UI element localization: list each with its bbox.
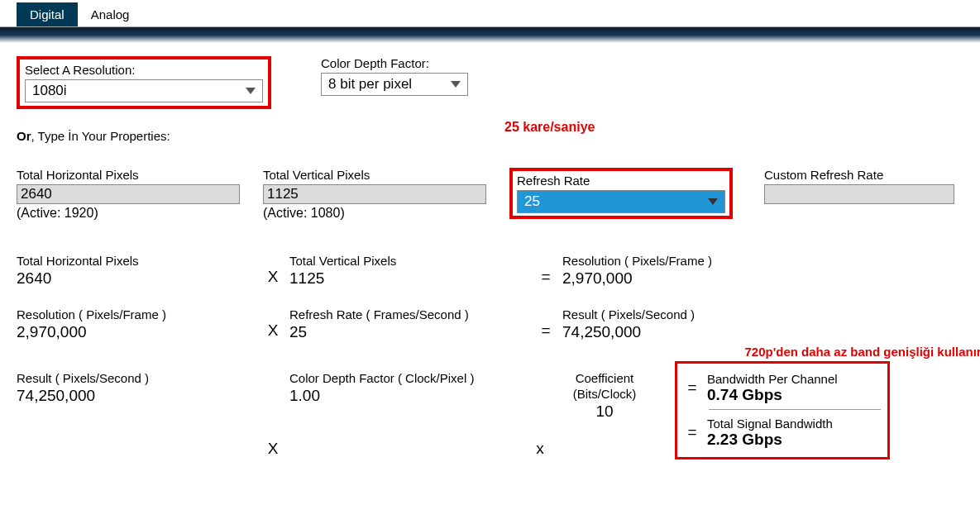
- annotation-bandwidth: 720p'den daha az band genişliği kullanır…: [670, 345, 980, 359]
- refresh-rate-label: Refresh Rate: [517, 174, 725, 188]
- op-equals: =: [684, 423, 700, 443]
- color-depth-label: Color Depth Factor:: [321, 56, 468, 70]
- active-v-note: (Active: 1080): [263, 206, 486, 221]
- op-equals: =: [529, 268, 562, 288]
- coeff-label: Coefficient: [576, 371, 634, 385]
- color-depth-select[interactable]: 8 bit per pixel: [321, 73, 468, 96]
- op-multiply: X: [256, 321, 289, 341]
- custom-refresh-label: Custom Refresh Rate: [764, 168, 954, 182]
- result-ps-value2: 74,250,000: [17, 387, 256, 405]
- refresh-fs-label: Refresh Rate ( Frames/Second ): [289, 307, 529, 321]
- resolution-pf-value2: 2,970,000: [17, 323, 256, 341]
- resolution-pf-label: Resolution ( Pixels/Frame ): [562, 254, 712, 268]
- refresh-rate-select[interactable]: 25: [517, 190, 725, 213]
- resolution-label: Select A Resolution:: [25, 63, 263, 77]
- op-multiply: X: [256, 415, 289, 459]
- or-type-label: Or, Or, Type İn Your Properties:Type İn …: [17, 129, 963, 143]
- tab-analog[interactable]: Analog: [78, 2, 143, 26]
- op-equals: =: [684, 379, 700, 398]
- resolution-pf-value: 2,970,000: [562, 269, 712, 288]
- color-depth-cp-label: Color Depth Factor ( Clock/Pixel ): [289, 371, 529, 385]
- coeff-value: 10: [595, 402, 613, 421]
- tab-digital[interactable]: Digital: [17, 2, 78, 26]
- total-h-input[interactable]: [17, 184, 240, 204]
- divider: [709, 409, 881, 410]
- refresh-highlight: Refresh Rate 25: [509, 168, 733, 219]
- result-ps-value: 74,250,000: [562, 323, 695, 341]
- total-bw-label: Total Signal Bandwidth: [707, 417, 833, 431]
- result-ps-label2: Result ( Pixels/Second ): [17, 371, 256, 385]
- resolution-pf-label2: Resolution ( Pixels/Frame ): [17, 307, 256, 321]
- coeff-unit: (Bits/Clock): [573, 387, 637, 401]
- op-equals: =: [529, 321, 562, 341]
- tab-bar: Digital Analog: [0, 0, 980, 26]
- total-bw-value: 2.23: [707, 431, 738, 448]
- active-h-note: (Active: 1920): [17, 206, 240, 221]
- calc-v-value: 1125: [289, 269, 529, 288]
- total-h-label: Total Horizontal Pixels: [17, 168, 240, 182]
- resolution-select[interactable]: 1080i: [25, 79, 263, 102]
- result-ps-label: Result ( Pixels/Second ): [562, 307, 695, 321]
- calc-h-value: 2640: [17, 269, 256, 288]
- custom-refresh-input[interactable]: [764, 184, 954, 204]
- color-depth-cp-value: 1.00: [289, 387, 529, 405]
- total-v-label: Total Vertical Pixels: [263, 168, 486, 182]
- total-v-input[interactable]: [263, 184, 486, 204]
- bw-per-channel-label: Bandwidth Per Channel: [707, 372, 838, 386]
- chevron-down-icon: [246, 88, 256, 94]
- unit-gbps: Gbps: [742, 431, 782, 448]
- bandwidth-result-box: = Bandwidth Per Channel 0.74 Gbps = Tota…: [675, 361, 890, 459]
- calc-h-label: Total Horizontal Pixels: [17, 254, 256, 268]
- resolution-highlight: Select A Resolution: 1080i: [17, 56, 271, 109]
- color-depth-selected-value: 8 bit per pixel: [328, 76, 412, 93]
- header-separator: [0, 26, 980, 43]
- resolution-selected-value: 1080i: [32, 83, 67, 99]
- bw-per-channel-value: 0.74: [707, 386, 738, 403]
- op-multiply-lower: x: [529, 418, 551, 459]
- refresh-rate-value: 25: [524, 193, 540, 210]
- calc-v-label: Total Vertical Pixels: [289, 254, 529, 268]
- op-multiply: X: [256, 268, 289, 288]
- refresh-fs-value: 25: [289, 323, 529, 341]
- annotation-fps: 25 kare/saniye: [504, 120, 595, 135]
- chevron-down-icon: [451, 81, 461, 88]
- unit-gbps: Gbps: [742, 386, 782, 403]
- chevron-down-icon: [708, 198, 718, 205]
